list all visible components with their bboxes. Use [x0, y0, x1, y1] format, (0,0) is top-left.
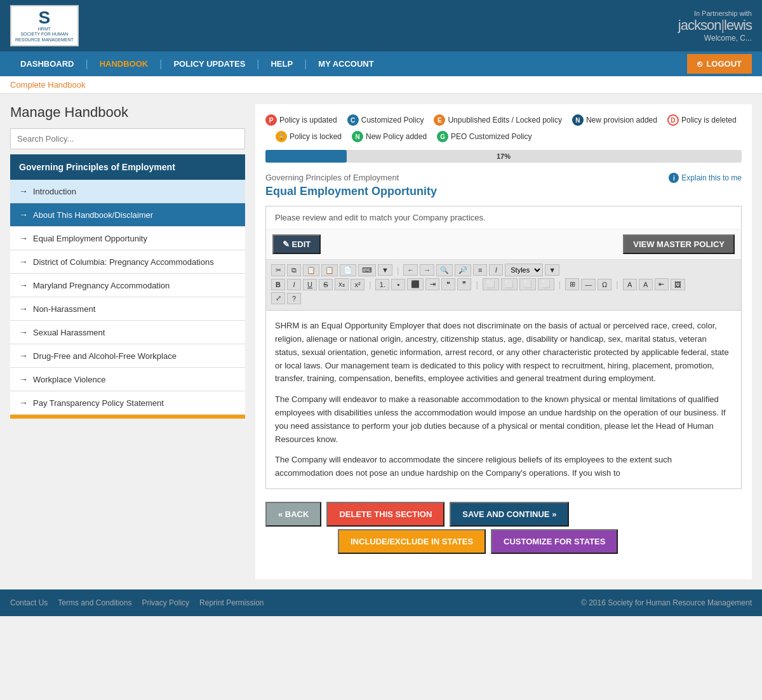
arrow-icon: → [19, 280, 28, 290]
logo-area: S HRMTSOCIETY FOR HUMANRESOURCE MANAGEME… [10, 5, 79, 46]
legend-label-d: Policy is deleted [681, 116, 737, 125]
logout-icon: ⎋ [697, 59, 702, 69]
breadcrumb-link[interactable]: Complete Handbook [10, 80, 86, 90]
tb-undo[interactable]: ← [403, 264, 418, 276]
tb-subscript[interactable]: x₂ [335, 278, 349, 290]
tb-italic-2[interactable]: I [489, 264, 503, 276]
tb-copy[interactable]: ⧉ [287, 264, 301, 276]
arrow-icon: → [19, 327, 28, 337]
sidebar-section-header: Governing Principles of Employment [10, 154, 245, 180]
editor-content[interactable]: SHRM is an Equal Opportunity Employer th… [266, 311, 741, 488]
tb-divider4: | [559, 279, 561, 289]
tb-quote2[interactable]: ❞ [457, 278, 471, 290]
explain-link[interactable]: i Explain this to me [669, 173, 742, 183]
footer-terms[interactable]: Terms and Conditions [58, 598, 131, 607]
sidebar-item-introduction[interactable]: → Introduction [10, 180, 245, 203]
tb-redo[interactable]: → [420, 264, 434, 276]
tb-font-a[interactable]: A [623, 279, 637, 290]
view-master-button[interactable]: VIEW MASTER POLICY [623, 234, 735, 254]
tb-special-char[interactable]: Ω [598, 279, 612, 290]
sidebar-item-workplace-violence[interactable]: → Workplace Violence [10, 368, 245, 391]
tb-strikethrough[interactable]: S [319, 279, 333, 290]
tb-align-left[interactable]: ⬛ [407, 278, 424, 290]
legend-item-e: E Unpublished Edits / Locked policy [434, 114, 561, 126]
search-input[interactable] [10, 128, 245, 149]
toolbar: ✂ ⧉ 📋 📋 📄 ⌨ ▼ | ← → 🔍 🔎 ≡ I Styles [266, 260, 741, 311]
tb-img[interactable]: 🖼 [671, 279, 685, 290]
editor-actions: ✎ EDIT VIEW MASTER POLICY [266, 229, 741, 260]
tb-find[interactable]: 🔍 [436, 264, 453, 276]
sidebar-item-eeo[interactable]: → Equal Employment Opportunity [10, 227, 245, 250]
sidebar-item-non-harassment[interactable]: → Non-Harassment [10, 297, 245, 321]
sidebar-item-dc-pregnancy[interactable]: → District of Columbia: Pregnancy Accomm… [10, 250, 245, 274]
tb-align-c[interactable]: ⬜ [501, 278, 518, 290]
nav-handbook[interactable]: HANDBOOK [90, 51, 159, 76]
badge-n: N [572, 114, 584, 126]
footer-contact[interactable]: Contact Us [10, 598, 48, 607]
tb-cut[interactable]: ✂ [271, 264, 285, 276]
tb-superscript[interactable]: x² [351, 279, 364, 290]
tb-align-r[interactable]: ⬜ [519, 278, 536, 290]
legend-label-e: Unpublished Edits / Locked policy [448, 116, 561, 125]
nav-policy-updates[interactable]: POLICY UPDATES [163, 51, 255, 76]
footer-reprint[interactable]: Reprint Permission [199, 598, 264, 607]
sidebar-item-drug-free[interactable]: → Drug-Free and Alcohol-Free Workplace [10, 344, 245, 368]
include-exclude-button[interactable]: INCLUDE/EXCLUDE IN STATES [338, 529, 486, 554]
tb-find2[interactable]: 🔎 [455, 264, 471, 276]
logout-button[interactable]: ⎋ LOGOUT [687, 54, 752, 74]
tb-align-l[interactable]: ⬜ [483, 278, 499, 290]
back-button[interactable]: « BACK [265, 502, 321, 527]
tb-ol[interactable]: 1. [375, 279, 389, 290]
section-title: Equal Employment Opportunity [265, 185, 742, 198]
tb-font-a2[interactable]: A [639, 279, 653, 290]
tb-help[interactable]: ? [287, 293, 301, 304]
customize-states-button[interactable]: CUSTOMIZE FOR STATES [491, 529, 618, 554]
nav-help[interactable]: HELP [260, 51, 303, 76]
tb-paste2[interactable]: 📋 [321, 264, 338, 276]
badge-d: D [667, 114, 679, 126]
sidebar-item-pay-transparency[interactable]: → Pay Transparency Policy Statement [10, 391, 245, 415]
tb-align-full[interactable]: ⬜ [538, 278, 554, 290]
legend-item-n2: N New Policy added [352, 131, 427, 142]
tb-table[interactable]: ⊞ [565, 278, 579, 290]
tb-menu[interactable]: ▼ [378, 264, 392, 276]
content-para-2: The Company will endeavor to make a reas… [275, 393, 732, 446]
edit-button[interactable]: ✎ EDIT [272, 234, 321, 254]
tb-italic[interactable]: I [287, 279, 301, 290]
sidebar-item-label: District of Columbia: Pregnancy Accommod… [33, 257, 214, 267]
tb-align-justify[interactable]: ≡ [473, 264, 487, 276]
sidebar-item-maryland-pregnancy[interactable]: → Maryland Pregnancy Accommodation [10, 274, 245, 297]
save-continue-button[interactable]: SAVE AND CONTINUE » [450, 502, 569, 527]
tb-hr[interactable]: — [581, 279, 596, 290]
tb-underline[interactable]: U [303, 279, 317, 290]
sidebar-item-about[interactable]: → About This Handbook/Disclaimer [10, 203, 245, 227]
sidebar-item-label: Equal Employment Opportunity [33, 234, 147, 243]
nav-divider-1: | [84, 58, 90, 70]
nav-divider-3: | [255, 58, 260, 70]
logo-s-letter: S [39, 9, 51, 27]
tb-ul[interactable]: • [391, 279, 405, 290]
partner-name-main: jackson [678, 17, 721, 33]
tb-quote[interactable]: ❝ [441, 278, 455, 290]
footer: Contact Us Terms and Conditions Privacy … [0, 589, 762, 616]
content-para-3: The Company will endeavor to accommodate… [275, 454, 732, 480]
delete-button[interactable]: DELETE THIS SECTION [326, 502, 444, 527]
badge-lock: 🔒 [276, 131, 287, 142]
nav-dashboard[interactable]: DASHBOARD [10, 51, 84, 76]
tb-bold[interactable]: B [271, 279, 285, 290]
sidebar-item-label: Drug-Free and Alcohol-Free Workplace [33, 351, 177, 361]
footer-privacy[interactable]: Privacy Policy [142, 598, 189, 607]
legend-label-p: Policy is updated [279, 116, 337, 125]
arrow-icon: → [19, 233, 28, 243]
tb-expand[interactable]: ⤢ [271, 292, 285, 304]
nav-my-account[interactable]: MY ACCOUNT [308, 51, 384, 76]
tb-styles-select[interactable]: Styles [505, 264, 543, 276]
tb-indent2[interactable]: ⇤ [655, 278, 669, 290]
tb-paste[interactable]: 📋 [303, 264, 319, 276]
sidebar-item-sexual-harassment[interactable]: → Sexual Harassment [10, 321, 245, 344]
tb-paste3[interactable]: 📄 [340, 264, 356, 276]
legend-label-g: PEO Customized Policy [451, 132, 531, 141]
tb-indent[interactable]: ⇥ [425, 278, 439, 290]
tb-dropdown[interactable]: ▼ [545, 264, 559, 276]
tb-source[interactable]: ⌨ [358, 264, 376, 276]
